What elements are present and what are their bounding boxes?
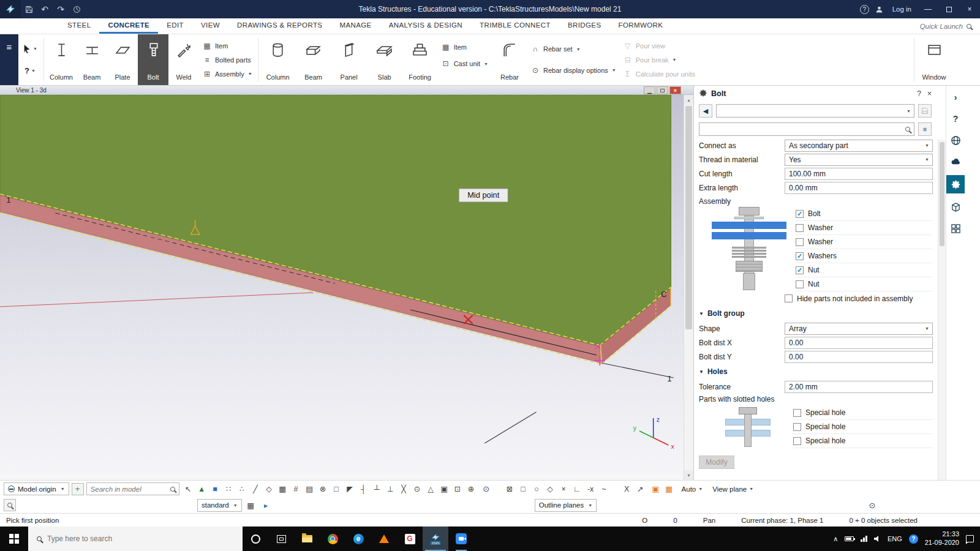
viewport-scrollbar[interactable]: ▴ ▾ xyxy=(684,95,693,480)
check-washer-1[interactable]: Washer xyxy=(796,221,933,235)
rebar-set-dropdown-caret[interactable]: ▼ xyxy=(576,47,581,51)
start-button[interactable] xyxy=(0,527,28,551)
tolerance-input[interactable]: 2.00 mm xyxy=(785,381,933,393)
snap-line-icon[interactable]: ╱ xyxy=(249,482,262,495)
select-components-icon[interactable]: ▲ xyxy=(195,482,208,495)
snap-free-icon[interactable]: ⊕ xyxy=(465,482,478,495)
undo-icon[interactable]: ↶ xyxy=(37,0,53,18)
ribbon-tile-bolt[interactable]: Bolt xyxy=(138,34,168,85)
zoom-app-icon[interactable] xyxy=(448,527,474,551)
tab-steel[interactable]: STEEL xyxy=(59,18,99,34)
panel-scrollbar-thumb[interactable] xyxy=(940,142,944,246)
clip-plane-icon[interactable]: ⊠ xyxy=(503,482,516,495)
assembly-dropdown-caret[interactable]: ▼ xyxy=(248,72,252,76)
checkbox[interactable] xyxy=(796,238,804,246)
volume-icon[interactable] xyxy=(874,536,881,542)
snap-corner-icon[interactable]: ◤ xyxy=(344,482,356,495)
check-bolt[interactable]: Bolt xyxy=(796,207,933,221)
task-view-icon[interactable] xyxy=(268,527,294,551)
snap-override-cursor-icon[interactable]: ▸ xyxy=(260,499,273,512)
shape-select[interactable]: Array▼ xyxy=(785,323,933,335)
profile-dropdown[interactable]: ▼ xyxy=(716,104,914,118)
close-button[interactable]: × xyxy=(960,0,979,18)
panel-close-icon[interactable]: × xyxy=(927,89,932,98)
view-circle-icon[interactable]: ○ xyxy=(530,482,543,495)
login-button[interactable]: Log in xyxy=(892,6,911,13)
tab-analysis-design[interactable]: ANALYSIS & DESIGN xyxy=(380,18,471,34)
panel-scrollbar[interactable] xyxy=(938,140,946,480)
quick-launch-input[interactable] xyxy=(895,23,963,30)
work-area-icon[interactable]: ▦ xyxy=(663,482,676,495)
scroll-down-arrow[interactable]: ▾ xyxy=(684,470,693,480)
cortana-app-icon[interactable] xyxy=(243,527,268,551)
ribbon-tile-footing[interactable]: Footing xyxy=(402,34,438,85)
property-list-button[interactable]: ≡ xyxy=(918,122,932,136)
delete-mark-icon[interactable]: × xyxy=(557,482,570,495)
thread-in-material-select[interactable]: Yes▼ xyxy=(785,154,933,166)
snap-profile-dropdown[interactable]: standard▼ xyxy=(197,499,242,512)
taskbar-clock[interactable]: 21:33 21-09-2020 xyxy=(925,530,959,547)
checkbox[interactable] xyxy=(785,294,793,302)
ribbon-tile-plate[interactable]: Plate xyxy=(107,34,138,85)
help-settings-icon[interactable]: ? xyxy=(946,111,965,127)
hide-parts-check-row[interactable]: Hide parts not included in assembly xyxy=(785,291,937,305)
ribbon-item-button[interactable]: ▦Item xyxy=(203,42,252,50)
ribbon-tile-weld[interactable]: Weld xyxy=(168,34,199,85)
ortho-view-icon[interactable]: ∟ xyxy=(571,482,584,495)
properties-pane-icon[interactable] xyxy=(946,175,965,193)
ribbon-pour-break-button[interactable]: ⊟Pour break▼ xyxy=(624,56,695,64)
ribbon-tile-steel-beam[interactable]: Beam xyxy=(77,34,107,85)
tab-edit[interactable]: EDIT xyxy=(158,18,192,34)
axis-lock-icon[interactable]: ~ xyxy=(598,482,611,495)
grid-snap-icon[interactable]: ▦ xyxy=(244,499,257,512)
panel-search-box[interactable] xyxy=(699,122,914,136)
minus-x-icon[interactable]: -x xyxy=(584,482,597,495)
ribbon-tile-rebar[interactable]: Rebar xyxy=(492,34,527,85)
select-objects-icon[interactable]: ■ xyxy=(209,482,222,495)
snap-grid-icon[interactable]: ▦ xyxy=(276,482,289,495)
modify-button[interactable]: Modify xyxy=(699,455,734,469)
tab-view[interactable]: VIEW xyxy=(192,18,228,34)
status-ortho[interactable]: O xyxy=(642,517,647,524)
snap-plane-icon[interactable]: ▤ xyxy=(303,482,316,495)
ribbon-pour-view-button[interactable]: ▽Pour view xyxy=(624,42,695,50)
taskbar-search-input[interactable] xyxy=(47,534,219,543)
ribbon-tile-concrete-column[interactable]: Column xyxy=(260,34,296,85)
edge-app-icon[interactable]: e xyxy=(345,527,371,551)
outline-planes-dropdown[interactable]: Outline planes▼ xyxy=(535,499,597,512)
cast-unit-dropdown-caret[interactable]: ▼ xyxy=(484,62,488,66)
tray-expand-icon[interactable]: ∧ xyxy=(833,535,838,543)
help-icon[interactable]: ? xyxy=(860,5,869,14)
bolt-dist-y-input[interactable]: 0.00 xyxy=(785,351,933,363)
battery-icon[interactable] xyxy=(845,536,854,541)
snap-end-point-icon[interactable]: ┤ xyxy=(357,482,370,495)
view-diamond-icon[interactable]: ◇ xyxy=(544,482,557,495)
inquiry-tool-button[interactable]: ?▼ xyxy=(24,66,36,75)
taskbar-search-box[interactable] xyxy=(28,527,243,551)
checkbox[interactable] xyxy=(796,224,804,232)
check-nut-2[interactable]: Nut xyxy=(796,277,933,291)
connect-as-select[interactable]: As secondary part▼ xyxy=(785,140,933,152)
language-indicator[interactable]: ENG xyxy=(888,535,902,542)
chrome-app-icon[interactable] xyxy=(320,527,345,551)
redo-icon[interactable]: ↷ xyxy=(53,0,69,18)
g-pdf-app-icon[interactable]: G xyxy=(397,527,423,551)
ribbon-tile-panel[interactable]: Panel xyxy=(331,34,367,85)
ribbon-cast-unit-button[interactable]: ⊡Cast unit▼ xyxy=(442,59,488,68)
snap-any-icon[interactable]: ⊡ xyxy=(451,482,464,495)
globe-icon[interactable] xyxy=(946,132,965,148)
model-search-box[interactable] xyxy=(86,482,179,495)
snap-reference-points-icon[interactable]: ∷ xyxy=(222,482,235,495)
ribbon-tile-window[interactable]: Window xyxy=(916,34,952,85)
checkbox[interactable] xyxy=(793,423,801,431)
snap-center-icon[interactable]: ⊙ xyxy=(411,482,424,495)
select-cursor-icon[interactable]: ↖ xyxy=(182,482,195,495)
view-minimize-button[interactable]: ▁ xyxy=(644,86,655,94)
tab-concrete[interactable]: CONCRETE xyxy=(99,18,158,34)
add-coordinate-button[interactable]: + xyxy=(72,483,84,495)
ribbon-concrete-item-button[interactable]: ▦Item xyxy=(442,43,488,51)
snap-box-icon[interactable]: □ xyxy=(330,482,343,495)
back-button[interactable]: ◀ xyxy=(699,104,712,118)
special-hole-3[interactable]: Special hole xyxy=(793,434,933,448)
scroll-up-arrow[interactable]: ▴ xyxy=(684,95,693,105)
